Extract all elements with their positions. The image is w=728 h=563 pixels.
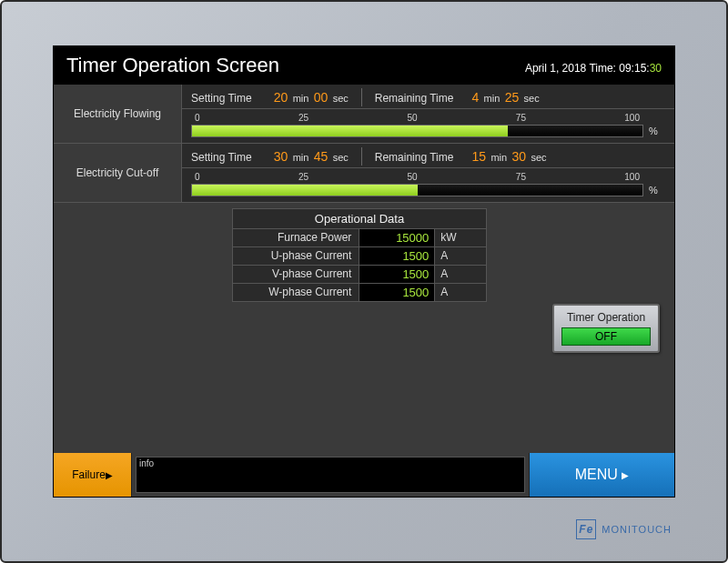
flowing-rem-min: 4: [471, 90, 479, 105]
timer-cutoff-values: Setting Time 30 min 45 sec Remaining Tim…: [182, 147, 674, 168]
hmi-screen: Timer Operation Screen April 1, 2018 Tim…: [53, 45, 675, 498]
menu-button[interactable]: MENU ▶: [529, 453, 674, 497]
cutoff-set-sec: 45: [314, 149, 329, 164]
furnace-power-value: 15000: [359, 229, 435, 246]
cutoff-bar-wrap: 0 25 50 75 100 %: [182, 168, 674, 196]
cutoff-progress-fill: [192, 185, 418, 196]
opdata-row-u: U-phase Current 1500 A: [232, 247, 487, 266]
opdata-title: Operational Data: [232, 208, 487, 229]
cutoff-pct-unit: %: [649, 185, 665, 196]
flowing-set-min: 20: [274, 90, 288, 105]
flowing-bar-wrap: 0 25 50 75 100 %: [182, 109, 674, 137]
timer-cutoff-body: Setting Time 30 min 45 sec Remaining Tim…: [181, 144, 674, 202]
flowing-progress-fill: [192, 126, 508, 136]
lower-spacer: [54, 203, 181, 453]
remaining-time-label: Remaining Time: [375, 151, 454, 164]
brand-name: MONITOUCH: [602, 524, 672, 535]
triangle-right-icon: ▶: [106, 470, 113, 480]
timer-flowing-label: Electricity Flowing: [54, 85, 181, 143]
date-text: April 1, 2018 Time: 09:15:: [525, 62, 650, 75]
info-display: [136, 457, 525, 493]
divider: [361, 147, 362, 166]
setting-time-label: Setting Time: [191, 92, 252, 105]
timer-flowing-body: Setting Time 20 min 00 sec Remaining Tim…: [181, 85, 674, 143]
device-frame: Timer Operation Screen April 1, 2018 Tim…: [0, 0, 728, 563]
cutoff-ticks: 0 25 50 75 100: [191, 172, 665, 184]
timer-flowing-values: Setting Time 20 min 00 sec Remaining Tim…: [182, 88, 674, 109]
flowing-rem-sec: 25: [505, 90, 520, 105]
seconds-text: 30: [650, 62, 662, 75]
flowing-set-sec: 00: [314, 90, 329, 105]
opdata-row-v: V-phase Current 1500 A: [232, 266, 487, 284]
cutoff-rem-sec: 30: [511, 149, 526, 164]
info-label: info: [139, 458, 154, 468]
u-phase-value: 1500: [359, 247, 435, 265]
cutoff-rem-min: 15: [471, 149, 486, 164]
brand-logo-icon: Fe: [576, 519, 596, 539]
timer-op-button-wrap: Timer Operation OFF: [538, 203, 674, 453]
opdata-row-furnace: Furnace Power 15000 kW: [232, 229, 487, 247]
w-phase-value: 1500: [359, 284, 435, 301]
setting-time-label: Setting Time: [191, 151, 252, 164]
timer-flowing-section: Electricity Flowing Setting Time 20 min …: [54, 85, 674, 144]
page-title: Timer Operation Screen: [66, 54, 279, 77]
remaining-time-label: Remaining Time: [375, 92, 454, 105]
cutoff-set-min: 30: [274, 149, 288, 164]
datetime-display: April 1, 2018 Time: 09:15:30: [525, 62, 662, 75]
cutoff-progress-bar: [191, 184, 643, 196]
footer-bar: Failure▶ info MENU ▶: [54, 453, 674, 497]
timer-op-state: OFF: [561, 327, 651, 346]
timer-op-label: Timer Operation: [561, 311, 651, 324]
divider: [361, 88, 362, 106]
opdata-row-w: W-phase Current 1500 A: [232, 284, 487, 302]
timer-cutoff-section: Electricity Cut-off Setting Time 30 min …: [54, 144, 674, 203]
triangle-right-icon: ▶: [622, 470, 629, 480]
lower-area: Operational Data Furnace Power 15000 kW …: [54, 203, 674, 453]
v-phase-value: 1500: [359, 266, 435, 283]
info-box: info: [132, 453, 529, 497]
failure-button[interactable]: Failure▶: [54, 453, 132, 497]
operational-data-table: Operational Data Furnace Power 15000 kW …: [232, 208, 487, 453]
opdata-container: Operational Data Furnace Power 15000 kW …: [181, 203, 538, 453]
flowing-pct-unit: %: [649, 126, 665, 136]
timer-operation-button[interactable]: Timer Operation OFF: [552, 304, 660, 353]
timer-cutoff-label: Electricity Cut-off: [54, 144, 181, 202]
flowing-progress-bar: [191, 125, 643, 137]
title-bar: Timer Operation Screen April 1, 2018 Tim…: [54, 46, 674, 85]
flowing-ticks: 0 25 50 75 100: [191, 113, 665, 125]
brand-logo-area: Fe MONITOUCH: [576, 519, 672, 539]
